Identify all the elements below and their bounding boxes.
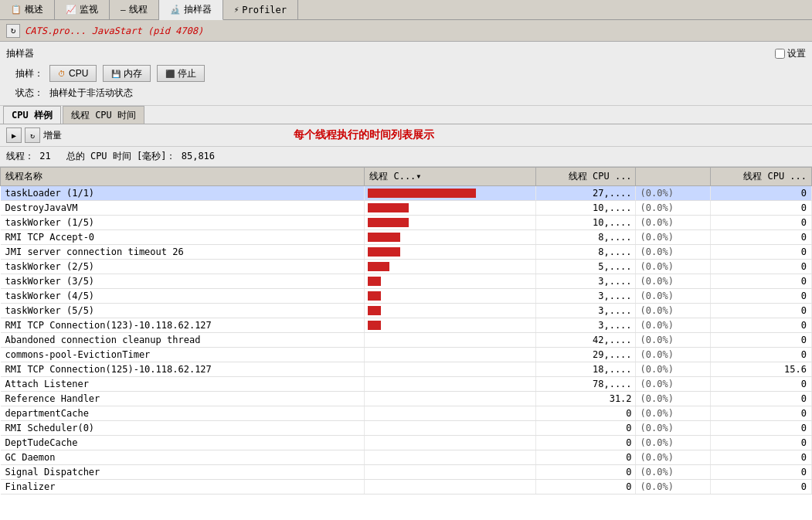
table-row[interactable]: RMI TCP Accept-0 8,.... (0.0%) 0 xyxy=(1,230,812,245)
thread-count-prefix: 线程： xyxy=(6,151,34,161)
tab-sampler[interactable]: 🔬 抽样器 xyxy=(159,0,223,20)
table-row[interactable]: Attach Listener 78,.... (0.0%) 0 xyxy=(1,377,812,392)
cell-pct-11: (0.0%) xyxy=(635,348,710,362)
sampler-panel: 抽样器 设置 抽样： ⏱ CPU 💾 内存 ⬛ 停止 状态： 抽样处于非活动状态 xyxy=(0,42,812,106)
cell-time-6: 3,.... xyxy=(535,274,635,289)
cell-time-8: 3,.... xyxy=(535,304,635,318)
cell-count-7: 0 xyxy=(710,289,811,304)
table-row[interactable]: taskWorker (4/5) 3,.... (0.0%) 0 xyxy=(1,289,812,304)
table-row[interactable]: Finalizer 0 (0.0%) 0 xyxy=(1,480,812,495)
table-row[interactable]: Reference Handler 31.2 (0.0%) 0 xyxy=(1,392,812,406)
cell-bar-2 xyxy=(365,216,536,230)
cell-time-3: 8,.... xyxy=(535,230,635,245)
sample-label: 抽样： xyxy=(6,67,43,80)
cell-time-17: 0 xyxy=(535,436,635,450)
process-prefix: CATS.pro... xyxy=(25,25,86,36)
sampler-icon: 🔬 xyxy=(170,5,181,15)
stop-button[interactable]: ⬛ 停止 xyxy=(157,65,205,82)
main-window: 📋 概述 📈 监视 — 线程 🔬 抽样器 ⚡ Profiler ↻ CATS.p… xyxy=(0,0,812,520)
cell-count-11: 0 xyxy=(710,348,811,362)
cell-pct-12: (0.0%) xyxy=(635,362,710,377)
process-title: CATS.pro... JavaStart (pid 4708) xyxy=(25,25,203,36)
cell-pct-9: (0.0%) xyxy=(635,318,710,333)
cpu-button[interactable]: ⏱ CPU xyxy=(49,65,97,82)
table-header-row: 线程名称 线程 C...▾ 线程 CPU ... 线程 CPU ... xyxy=(1,168,812,186)
sub-tab-cpu-samples[interactable]: CPU 样例 xyxy=(3,106,61,124)
thread-table-container[interactable]: 线程名称 线程 C...▾ 线程 CPU ... 线程 CPU ... xyxy=(0,167,812,520)
col-header-count[interactable]: 线程 CPU ... xyxy=(710,168,811,186)
table-row[interactable]: JMI server connection timeout 26 8,.... … xyxy=(1,245,812,260)
cell-bar-15 xyxy=(365,406,536,421)
cell-name-10: Abandoned connection cleanup thread xyxy=(1,333,365,348)
cell-name-12: RMI TCP Connection(125)-10.118.62.127 xyxy=(1,362,365,377)
col-header-bar[interactable]: 线程 C...▾ xyxy=(365,168,536,186)
cell-name-5: taskWorker (2/5) xyxy=(1,260,365,274)
table-row[interactable]: taskWorker (2/5) 5,.... (0.0%) 0 xyxy=(1,260,812,274)
settings-checkbox[interactable] xyxy=(775,49,785,59)
table-row[interactable]: DeptTudeCache 0 (0.0%) 0 xyxy=(1,436,812,450)
tab-overview[interactable]: 📋 概述 xyxy=(0,0,55,19)
cell-count-2: 0 xyxy=(710,216,811,230)
cell-count-1: 0 xyxy=(710,201,811,216)
cell-count-12: 15.6 xyxy=(710,362,811,377)
play-button[interactable]: ▶ xyxy=(6,127,22,143)
refresh-button[interactable]: ↻ xyxy=(6,24,20,38)
cell-bar-9 xyxy=(365,318,536,333)
tab-threads-label: 线程 xyxy=(129,3,148,16)
cell-name-6: taskWorker (3/5) xyxy=(1,274,365,289)
cell-count-15: 0 xyxy=(710,406,811,421)
memory-button-label: 内存 xyxy=(124,67,142,80)
table-row[interactable]: RMI TCP Connection(125)-10.118.62.127 18… xyxy=(1,362,812,377)
cell-time-15: 0 xyxy=(535,406,635,421)
cell-name-8: taskWorker (5/5) xyxy=(1,304,365,318)
cell-pct-7: (0.0%) xyxy=(635,289,710,304)
table-row[interactable]: GC Daemon 0 (0.0%) 0 xyxy=(1,450,812,465)
cell-time-12: 18,.... xyxy=(535,362,635,377)
cell-pct-20: (0.0%) xyxy=(635,480,710,495)
col-header-time[interactable]: 线程 CPU ... xyxy=(535,168,635,186)
table-row[interactable]: commons-pool-EvictionTimer 29,.... (0.0%… xyxy=(1,348,812,362)
cell-pct-5: (0.0%) xyxy=(635,260,710,274)
table-row[interactable]: RMI TCP Connection(123)-10.118.62.127 3,… xyxy=(1,318,812,333)
table-row[interactable]: taskWorker (1/5) 10,.... (0.0%) 0 xyxy=(1,216,812,230)
table-row[interactable]: taskWorker (5/5) 3,.... (0.0%) 0 xyxy=(1,304,812,318)
cell-name-4: JMI server connection timeout 26 xyxy=(1,245,365,260)
cell-time-14: 31.2 xyxy=(535,392,635,406)
table-row[interactable]: taskWorker (3/5) 3,.... (0.0%) 0 xyxy=(1,274,812,289)
tab-overview-label: 概述 xyxy=(25,3,43,16)
cell-pct-15: (0.0%) xyxy=(635,406,710,421)
tab-monitor[interactable]: 📈 监视 xyxy=(55,0,110,19)
settings-label: 设置 xyxy=(787,47,806,60)
table-row[interactable]: taskLoader (1/1) 27,.... (0.0%) 0 xyxy=(1,186,812,201)
tab-monitor-label: 监视 xyxy=(80,3,98,16)
delta-label: 增量 xyxy=(43,129,62,142)
cell-name-9: RMI TCP Connection(123)-10.118.62.127 xyxy=(1,318,365,333)
sub-tab-thread-cpu-time[interactable]: 线程 CPU 时间 xyxy=(63,106,144,124)
status-value: 抽样处于非活动状态 xyxy=(49,87,133,100)
cell-bar-10 xyxy=(365,333,536,348)
table-row[interactable]: DestroyJavaVM 10,.... (0.0%) 0 xyxy=(1,201,812,216)
memory-icon: 💾 xyxy=(111,70,121,78)
tab-threads[interactable]: — 线程 xyxy=(110,0,159,19)
cell-bar-16 xyxy=(365,421,536,436)
table-row[interactable]: RMI Scheduler(0) 0 (0.0%) 0 xyxy=(1,421,812,436)
sub-tab-bar: CPU 样例 线程 CPU 时间 xyxy=(0,106,812,124)
refresh-toolbar-button[interactable]: ↻ xyxy=(25,127,40,143)
cell-name-19: Signal Dispatcher xyxy=(1,465,365,480)
cell-name-11: commons-pool-EvictionTimer xyxy=(1,348,365,362)
cell-name-14: Reference Handler xyxy=(1,392,365,406)
thread-count-label: 线程： 21 xyxy=(6,150,51,163)
cell-pct-10: (0.0%) xyxy=(635,333,710,348)
col-header-pct[interactable] xyxy=(635,168,710,186)
table-row[interactable]: Signal Dispatcher 0 (0.0%) 0 xyxy=(1,465,812,480)
table-row[interactable]: departmentCache 0 (0.0%) 0 xyxy=(1,406,812,421)
monitor-icon: 📈 xyxy=(66,5,76,15)
tab-profiler[interactable]: ⚡ Profiler xyxy=(223,0,298,19)
memory-button[interactable]: 💾 内存 xyxy=(103,65,151,82)
col-header-name[interactable]: 线程名称 xyxy=(1,168,365,186)
cell-name-3: RMI TCP Accept-0 xyxy=(1,230,365,245)
table-row[interactable]: Abandoned connection cleanup thread 42,.… xyxy=(1,333,812,348)
sub-tab-cpu-samples-label: CPU 样例 xyxy=(12,109,53,122)
status-row: 状态： 抽样处于非活动状态 xyxy=(6,84,806,102)
cell-pct-0: (0.0%) xyxy=(635,186,710,201)
